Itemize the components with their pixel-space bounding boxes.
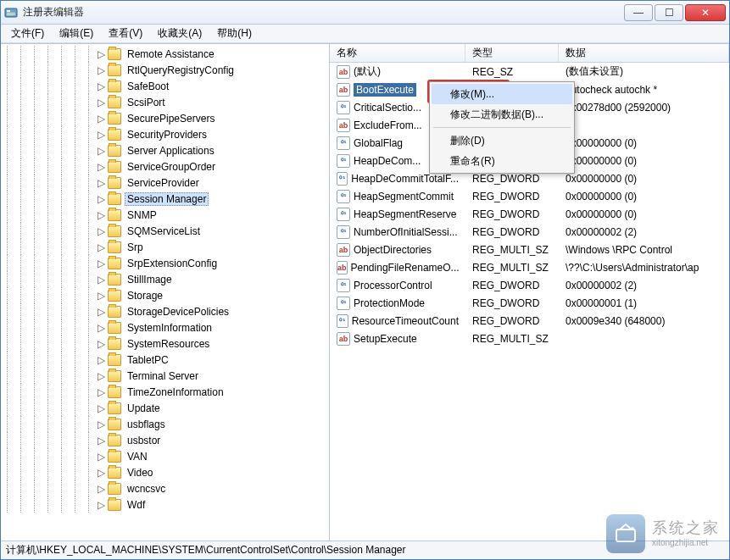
tree-item[interactable]: ▷SafeBoot	[1, 78, 329, 94]
expand-icon[interactable]: ▷	[96, 403, 106, 413]
expand-icon[interactable]: ▷	[96, 81, 106, 91]
tree-item[interactable]: ▷TimeZoneInformation	[1, 384, 329, 400]
expand-icon[interactable]: ▷	[96, 371, 106, 381]
list-header: 名称 类型 数据	[330, 44, 729, 63]
tree-item[interactable]: ▷usbflags	[1, 416, 329, 432]
window-controls: — ☐ ✕	[622, 4, 726, 21]
list-row[interactable]: ⁰¹ResourceTimeoutCountREG_DWORD0x0009e34…	[330, 312, 729, 330]
tree-item[interactable]: ▷SystemInformation	[1, 319, 329, 335]
value-type: REG_DWORD	[465, 173, 559, 185]
list-row[interactable]: ⁰¹ProtectionModeREG_DWORD0x00000001 (1)	[330, 294, 729, 312]
list-row[interactable]: ab(默认)REG_SZ(数值未设置)	[330, 63, 729, 80]
expand-icon[interactable]: ▷	[96, 49, 106, 59]
tree-item-label: Update	[125, 402, 163, 415]
value-name: HeapSegmentCommit	[354, 191, 454, 202]
list-row[interactable]: abPendingFileRenameO...REG_MULTI_SZ\??\C…	[330, 258, 729, 276]
list-row[interactable]: ⁰¹HeapSegmentCommitREG_DWORD0x00000000 (…	[330, 187, 729, 205]
menu-help[interactable]: 帮助(H)	[210, 25, 259, 42]
tree-item[interactable]: ▷Update	[1, 400, 329, 416]
tree-item[interactable]: ▷ServiceGroupOrder	[1, 158, 329, 175]
tree-item[interactable]: ▷Wdf	[1, 496, 329, 513]
expand-icon[interactable]: ▷	[96, 130, 106, 140]
tree-item[interactable]: ▷Video	[1, 464, 329, 480]
value-type: REG_MULTI_SZ	[465, 244, 559, 256]
menu-favorites[interactable]: 收藏夹(A)	[151, 25, 209, 42]
expand-icon[interactable]: ▷	[96, 355, 106, 365]
expand-icon[interactable]: ▷	[96, 500, 106, 510]
expand-icon[interactable]: ▷	[96, 178, 106, 188]
tree-pane[interactable]: ▷Remote Assistance▷RtlQueryRegistryConfi…	[1, 44, 330, 541]
list-row[interactable]: abSetupExecuteREG_MULTI_SZ	[330, 330, 729, 347]
context-menu-modify-binary[interactable]: 修改二进制数据(B)...	[432, 104, 572, 125]
list-row[interactable]: ⁰¹HeapSegmentReserveREG_DWORD0x00000000 …	[330, 205, 729, 223]
tree-item-label: SecurePipeServers	[125, 112, 217, 125]
expand-icon[interactable]: ▷	[96, 339, 106, 349]
tree-item-label: SecurityProviders	[125, 128, 209, 141]
tree-item[interactable]: ▷RtlQueryRegistryConfig	[1, 62, 329, 78]
expand-icon[interactable]: ▷	[96, 291, 106, 301]
context-menu-modify[interactable]: 修改(M)...	[432, 84, 572, 104]
context-menu-delete[interactable]: 删除(D)	[432, 130, 572, 151]
expand-icon[interactable]: ▷	[96, 484, 106, 494]
menubar: 文件(F) 编辑(E) 查看(V) 收藏夹(A) 帮助(H)	[1, 25, 729, 43]
list-row[interactable]: ⁰¹NumberOfInitialSessi...REG_DWORD0x0000…	[330, 223, 729, 241]
tree-item[interactable]: ▷SecurityProviders	[1, 126, 329, 142]
value-type: REG_DWORD	[465, 208, 559, 220]
list-row[interactable]: ⁰¹ProcessorControlREG_DWORD0x00000002 (2…	[330, 276, 729, 294]
tree-item[interactable]: ▷Terminal Server	[1, 368, 329, 384]
folder-icon	[108, 113, 121, 125]
menu-view[interactable]: 查看(V)	[102, 25, 149, 42]
expand-icon[interactable]: ▷	[96, 419, 106, 430]
tree-item[interactable]: ▷ScsiPort	[1, 94, 329, 110]
expand-icon[interactable]: ▷	[96, 114, 106, 124]
close-button[interactable]: ✕	[685, 4, 726, 21]
tree-item-label: ServiceProvider	[125, 176, 202, 190]
tree-item[interactable]: ▷Remote Assistance	[1, 46, 329, 62]
column-header-data[interactable]: 数据	[559, 44, 729, 62]
tree-item[interactable]: ▷StillImage	[1, 271, 329, 287]
tree-item[interactable]: ▷usbstor	[1, 432, 329, 448]
expand-icon[interactable]: ▷	[96, 307, 106, 317]
expand-icon[interactable]: ▷	[96, 162, 106, 172]
tree-item[interactable]: ▷TabletPC	[1, 352, 329, 368]
tree-item-label: VAN	[125, 450, 150, 463]
expand-icon[interactable]: ▷	[96, 274, 106, 285]
tree-item[interactable]: ▷wcncsvc	[1, 480, 329, 496]
expand-icon[interactable]: ▷	[96, 65, 106, 75]
tree-item[interactable]: ▷SQMServiceList	[1, 223, 329, 239]
column-header-name[interactable]: 名称	[330, 44, 465, 62]
expand-icon[interactable]: ▷	[96, 452, 106, 462]
tree-item[interactable]: ▷ServiceProvider	[1, 175, 329, 191]
tree-item[interactable]: ▷Srp	[1, 239, 329, 255]
expand-icon[interactable]: ▷	[96, 387, 106, 397]
expand-icon[interactable]: ▷	[96, 210, 106, 220]
tree-item[interactable]: ▷SystemResources	[1, 335, 329, 352]
tree-item[interactable]: ▷Server Applications	[1, 142, 329, 158]
tree-item[interactable]: ▷SrpExtensionConfig	[1, 255, 329, 271]
maximize-button[interactable]: ☐	[655, 4, 683, 21]
menu-edit[interactable]: 编辑(E)	[53, 25, 100, 42]
expand-icon[interactable]: ▷	[96, 194, 106, 204]
expand-icon[interactable]: ▷	[96, 242, 106, 252]
expand-icon[interactable]: ▷	[96, 258, 106, 269]
expand-icon[interactable]: ▷	[96, 97, 106, 108]
tree-item[interactable]: ▷VAN	[1, 448, 329, 464]
context-menu-rename[interactable]: 重命名(R)	[432, 151, 572, 171]
tree-item[interactable]: ▷SecurePipeServers	[1, 110, 329, 126]
column-header-type[interactable]: 类型	[465, 44, 559, 62]
expand-icon[interactable]: ▷	[96, 435, 106, 446]
value-name: ObjectDirectories	[354, 244, 432, 256]
tree-item[interactable]: ▷Session Manager	[1, 191, 329, 207]
expand-icon[interactable]: ▷	[96, 468, 106, 478]
expand-icon[interactable]: ▷	[96, 226, 106, 236]
tree-item[interactable]: ▷StorageDevicePolicies	[1, 303, 329, 319]
minimize-button[interactable]: —	[624, 4, 653, 21]
expand-icon[interactable]: ▷	[96, 146, 106, 156]
expand-icon[interactable]: ▷	[96, 323, 106, 333]
folder-icon	[108, 145, 121, 157]
tree-item[interactable]: ▷Storage	[1, 287, 329, 303]
menu-file[interactable]: 文件(F)	[4, 25, 51, 42]
value-type-icon: ab	[337, 243, 350, 257]
tree-item[interactable]: ▷SNMP	[1, 207, 329, 223]
list-row[interactable]: abObjectDirectoriesREG_MULTI_SZ\Windows …	[330, 241, 729, 258]
